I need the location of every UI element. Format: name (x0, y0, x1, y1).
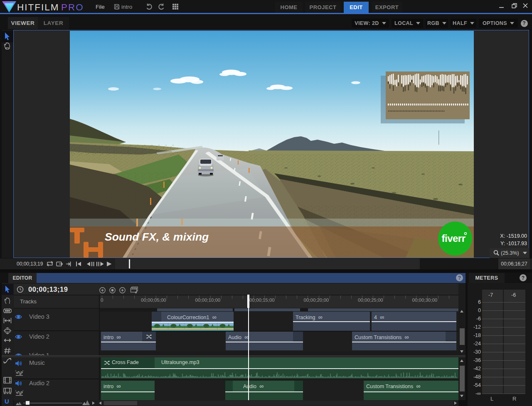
svg-text:fiverr: fiverr (441, 233, 465, 244)
svg-text:Sound FX, & mixing: Sound FX, & mixing (105, 231, 209, 243)
